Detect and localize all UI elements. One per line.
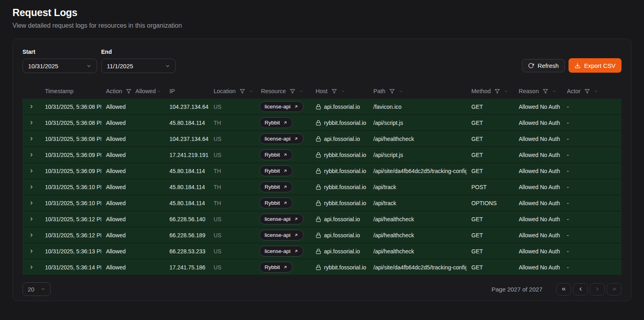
table-row[interactable]: 10/31/2025, 5:36:08 PM Allowed 104.237.1…	[22, 99, 622, 115]
host-cell: api.fossorial.io	[311, 216, 369, 222]
resource-link-badge[interactable]: license-api	[259, 133, 304, 144]
resource-name: Rybbit	[265, 184, 280, 190]
action-filter-dropdown[interactable]: Allowed	[135, 88, 161, 94]
export-csv-button[interactable]: Export CSV	[569, 58, 622, 73]
method-value: GET	[471, 136, 483, 142]
resource-link-badge[interactable]: Rybbit	[259, 181, 293, 192]
table-body: 10/31/2025, 5:36:08 PM Allowed 104.237.1…	[22, 99, 622, 275]
path-value: /api/track	[373, 184, 396, 190]
actor-cell: -	[562, 232, 622, 238]
lock-icon	[316, 120, 321, 126]
resource-link-badge[interactable]: license-api	[259, 101, 304, 112]
action-cell: Allowed	[101, 248, 165, 255]
table-row[interactable]: 10/31/2025, 5:36:12 PM Allowed 66.228.56…	[22, 211, 622, 227]
table-row[interactable]: 10/31/2025, 5:36:10 PM Allowed 45.80.184…	[22, 195, 622, 211]
end-date-select[interactable]: 11/1/2025	[101, 59, 176, 73]
expand-row-button[interactable]	[29, 216, 34, 222]
filter-icon[interactable]	[240, 89, 245, 94]
page-title: Request Logs	[12, 7, 632, 18]
resource-link-badge[interactable]: license-api	[259, 214, 304, 224]
timestamp-value: 10/31/2025, 5:36:09 PM	[45, 168, 101, 174]
method-cell: OPTIONS	[467, 200, 514, 206]
actor-value: -	[567, 216, 569, 222]
chevron-right-icon	[29, 168, 34, 173]
filter-icon[interactable]	[290, 89, 295, 94]
lock-icon	[316, 104, 321, 110]
resource-link-badge[interactable]: Rybbit	[259, 165, 293, 176]
timestamp-value: 10/31/2025, 5:36:12 PM	[45, 232, 101, 238]
location-value: TH	[214, 120, 221, 126]
filter-icon[interactable]	[389, 89, 395, 94]
filter-icon[interactable]	[543, 89, 548, 94]
table-row[interactable]: 10/31/2025, 5:36:14 PM Allowed 17.241.75…	[22, 259, 622, 275]
resource-name: Rybbit	[265, 120, 280, 126]
expand-row-button[interactable]	[29, 152, 34, 157]
chevron-down-icon[interactable]	[399, 89, 403, 94]
ip-value: 104.237.134.64	[169, 136, 208, 142]
table-row[interactable]: 10/31/2025, 5:36:09 PM Allowed 17.241.21…	[22, 147, 622, 163]
location-cell: US	[209, 232, 256, 238]
chevron-down-icon[interactable]	[552, 89, 556, 94]
expand-row-button[interactable]	[29, 104, 34, 109]
expand-row-button[interactable]	[29, 120, 34, 125]
location-cell: US	[209, 216, 256, 222]
table-row[interactable]: 10/31/2025, 5:36:09 PM Allowed 45.80.184…	[22, 163, 622, 179]
resource-link-badge[interactable]: Rybbit	[259, 149, 293, 160]
filter-icon[interactable]	[332, 89, 337, 94]
table-row[interactable]: 10/31/2025, 5:36:13 PM Allowed 66.228.53…	[22, 243, 622, 259]
start-date-group: Start 10/31/2025	[22, 49, 97, 73]
table-row[interactable]: 10/31/2025, 5:36:08 PM Allowed 45.80.184…	[22, 115, 622, 131]
reason-cell: Allowed No Auth	[514, 120, 562, 126]
filter-icon[interactable]	[126, 89, 131, 94]
chevron-down-icon[interactable]	[504, 89, 508, 94]
resource-name: Rybbit	[265, 168, 280, 174]
resource-cell: license-api	[256, 246, 311, 257]
timestamp-cell: 10/31/2025, 5:36:09 PM	[40, 168, 101, 174]
expand-row-button[interactable]	[29, 232, 34, 238]
refresh-button[interactable]: Refresh	[522, 59, 565, 72]
lock-icon	[316, 152, 321, 158]
chevron-down-icon[interactable]	[299, 89, 304, 94]
header-reason: Reason	[514, 88, 562, 94]
expand-row-button[interactable]	[29, 249, 34, 254]
action-value: Allowed	[106, 104, 126, 110]
resource-name: license-api	[265, 104, 291, 110]
expand-row-button[interactable]	[29, 265, 34, 270]
expand-row-button[interactable]	[29, 184, 34, 190]
resource-link-badge[interactable]: license-api	[259, 230, 304, 241]
first-page-button[interactable]	[556, 283, 571, 296]
resource-link-badge[interactable]: Rybbit	[259, 117, 293, 128]
header-location: Location	[209, 88, 256, 94]
resource-link-badge[interactable]: license-api	[259, 246, 304, 257]
method-cell: GET	[467, 104, 514, 110]
reason-cell: Allowed No Auth	[514, 152, 562, 158]
page-size-select[interactable]: 20	[22, 282, 51, 296]
expand-row-button[interactable]	[29, 136, 34, 141]
next-page-button[interactable]	[590, 283, 605, 296]
request-logs-panel: Start 10/31/2025 End 11/1/2025	[12, 39, 632, 301]
table-row[interactable]: 10/31/2025, 5:36:12 PM Allowed 66.228.56…	[22, 227, 622, 243]
chevron-down-icon[interactable]	[341, 89, 345, 94]
path-cell: /api/track	[369, 184, 467, 190]
table-row[interactable]: 10/31/2025, 5:36:08 PM Allowed 104.237.1…	[22, 131, 622, 147]
ip-value: 66.228.56.189	[169, 232, 206, 238]
timestamp-value: 10/31/2025, 5:36:13 PM	[45, 248, 101, 255]
resource-link-badge[interactable]: Rybbit	[259, 198, 293, 208]
arrow-up-right-icon	[283, 185, 287, 189]
start-date-select[interactable]: 10/31/2025	[22, 59, 97, 73]
filter-icon[interactable]	[495, 89, 500, 94]
chevron-down-icon[interactable]	[249, 89, 253, 94]
reason-cell: Allowed No Auth	[514, 216, 562, 222]
action-cell: Allowed	[101, 168, 165, 174]
expand-row-button[interactable]	[29, 200, 34, 206]
previous-page-button[interactable]	[573, 283, 588, 296]
last-page-button[interactable]	[607, 283, 622, 296]
filter-icon[interactable]	[585, 89, 590, 94]
host-value: rybbit.fossorial.io	[324, 152, 366, 158]
table-row[interactable]: 10/31/2025, 5:36:10 PM Allowed 45.80.184…	[22, 179, 622, 195]
resource-link-badge[interactable]: Rybbit	[259, 262, 293, 273]
arrow-up-right-icon	[294, 217, 298, 221]
expand-row-button[interactable]	[29, 168, 34, 173]
chevron-down-icon[interactable]	[594, 89, 598, 94]
page-header: Request Logs View detailed request logs …	[0, 0, 644, 29]
